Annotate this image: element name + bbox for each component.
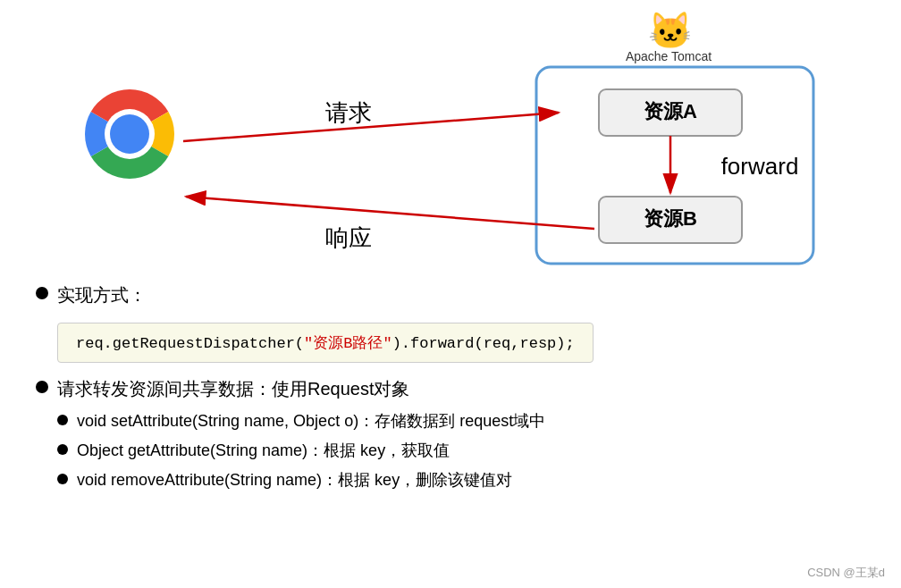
resource-b-label: 资源B <box>644 207 697 230</box>
watermark: CSDN @王某d <box>807 565 885 581</box>
sub-bullets: void setAttribute(String name, Object o)… <box>57 409 874 492</box>
sub-bullet-item-1: Object getAttribute(String name)：根据 key，… <box>57 439 874 463</box>
bullet-dot-2 <box>36 381 48 393</box>
diagram-area: 🐱 Apache Tomcat 资源A forward 资源B 请求 响应 <box>27 9 874 277</box>
sub-bullet-dot-1 <box>57 444 68 455</box>
tomcat-label: Apache Tomcat <box>626 49 712 63</box>
code-text: req.getRequestDispatcher( <box>76 335 304 352</box>
bullet-text-2: 请求转发资源间共享数据：使用Request对象 <box>57 375 410 402</box>
sub-bullet-dot-0 <box>57 415 68 425</box>
sub-bullet-text-2: void removeAttribute(String name)：根据 key… <box>77 468 512 492</box>
code-block: req.getRequestDispatcher("资源B路径").forwar… <box>57 323 594 363</box>
sub-bullet-item-0: void setAttribute(String name, Object o)… <box>57 409 874 433</box>
bullet-item-2: 请求转发资源间共享数据：使用Request对象 <box>36 375 874 402</box>
request-label: 请求 <box>325 99 372 126</box>
bullet-item-1: 实现方式： <box>36 281 874 308</box>
code-string: "资源B路径" <box>304 335 392 352</box>
sub-bullet-dot-2 <box>57 474 68 484</box>
tomcat-icon: 🐱 <box>648 9 693 52</box>
response-label: 响应 <box>325 224 372 251</box>
response-arrow <box>186 197 594 229</box>
forward-label: forward <box>721 153 799 180</box>
bullet-dot-1 <box>36 287 48 299</box>
main-container: 🐱 Apache Tomcat 资源A forward 资源B 请求 响应 <box>0 0 901 588</box>
resource-a-label: 资源A <box>644 100 697 122</box>
sub-bullet-text-0: void setAttribute(String name, Object o)… <box>77 409 545 433</box>
diagram-svg: 🐱 Apache Tomcat 资源A forward 资源B 请求 响应 <box>27 9 885 273</box>
code-end: ).forward(req,resp); <box>392 335 575 352</box>
svg-point-1 <box>110 114 149 154</box>
bullet-text-1: 实现方式： <box>57 281 147 308</box>
content-section: 实现方式： req.getRequestDispatcher("资源B路径").… <box>27 281 874 498</box>
sub-bullet-text-1: Object getAttribute(String name)：根据 key，… <box>77 439 450 463</box>
sub-bullet-item-2: void removeAttribute(String name)：根据 key… <box>57 468 874 492</box>
